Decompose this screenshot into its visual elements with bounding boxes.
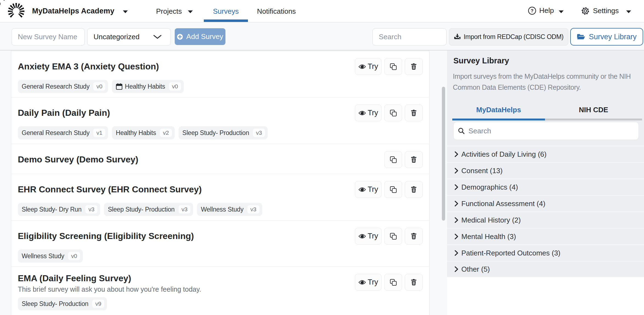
svg-text:?: ? [531,8,533,13]
